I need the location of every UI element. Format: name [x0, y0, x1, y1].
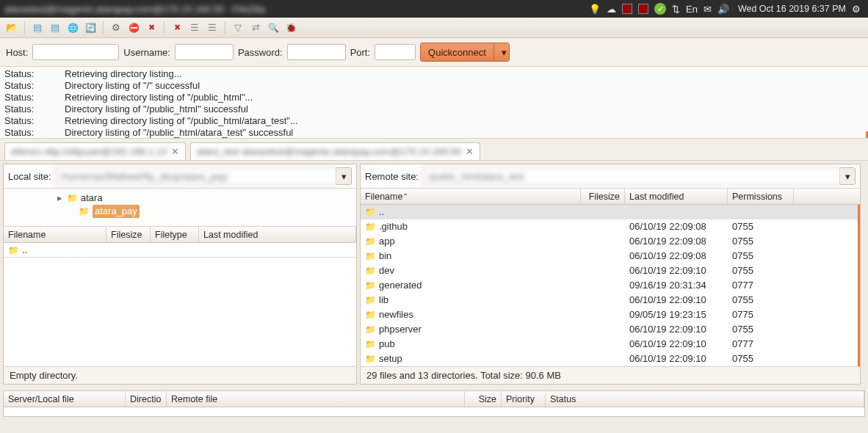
port-input[interactable]	[375, 44, 416, 60]
folder-icon	[365, 309, 376, 320]
local-status: Empty directory.	[4, 366, 356, 384]
folder-icon	[365, 221, 376, 232]
close-icon[interactable]: ✕	[466, 146, 474, 157]
site-manager-button[interactable]	[4, 21, 19, 35]
cancel-button[interactable]	[126, 21, 141, 35]
folder-icon	[365, 338, 376, 349]
folder-icon	[365, 353, 376, 364]
disconnect-button[interactable]	[144, 21, 159, 35]
toggle-tree-button[interactable]	[48, 21, 62, 35]
col-filename[interactable]: Filename	[361, 189, 581, 204]
refresh-button[interactable]	[83, 21, 98, 35]
tray-cloud-icon[interactable]: ☁	[607, 4, 616, 15]
process-queue-button[interactable]	[109, 21, 123, 35]
remote-list-header: Filename Filesize Last modified Permissi…	[361, 189, 860, 205]
folder-icon	[8, 244, 19, 255]
password-label: Password:	[238, 47, 283, 58]
reconnect-button[interactable]	[170, 21, 184, 35]
tree-item-selected[interactable]: atara_pay	[93, 205, 140, 218]
local-file-list[interactable]: ..	[4, 243, 356, 366]
tray-indicator-1[interactable]	[622, 4, 632, 14]
remote-path-input[interactable]	[423, 167, 839, 185]
local-tree[interactable]: ▸atara atara_pay	[4, 189, 356, 227]
transfer-queue: Server/Local file Directio Remote file S…	[3, 390, 865, 417]
list-item[interactable]: newfiles09/05/19 19:23:150775	[361, 308, 860, 322]
list-item[interactable]: setup06/10/19 22:09:100755	[361, 352, 860, 366]
col-filesize[interactable]: Filesize	[106, 227, 151, 242]
list-item[interactable]: ..	[4, 243, 356, 258]
tray-language[interactable]: En	[686, 4, 698, 15]
folder-icon	[365, 294, 376, 305]
local-path-input[interactable]	[56, 167, 336, 185]
quickconnect-dropdown[interactable]: ▾	[493, 43, 509, 61]
remote-status: 29 files and 13 directories. Total size:…	[361, 366, 860, 384]
list-item[interactable]: lib06/10/19 22:09:100755	[361, 293, 860, 308]
list-item[interactable]: app06/10/19 22:09:080755	[361, 234, 860, 249]
search-button[interactable]	[266, 21, 281, 35]
list-item[interactable]: .github06/10/19 22:09:080755	[361, 219, 860, 234]
remote-pane: Remote site: ▾ Filename Filesize Last mo…	[360, 164, 861, 385]
col-filesize[interactable]: Filesize	[581, 189, 625, 204]
tray-gear-icon[interactable]: ⚙	[852, 4, 861, 15]
list-item[interactable]: pub06/10/19 22:09:100777	[361, 337, 860, 352]
list-item[interactable]: generated09/16/19 20:31:340777	[361, 278, 860, 293]
folder-icon	[365, 206, 376, 217]
col-lastmod[interactable]: Last modified	[199, 227, 356, 242]
col-permissions[interactable]: Permissions	[728, 189, 794, 204]
filelist-button[interactable]	[187, 21, 202, 35]
tray-update-ok-icon[interactable]: ✓	[654, 3, 666, 15]
connection-tabs: ellenco sftp://sftpuser@192.168.1.13 ✕ a…	[0, 139, 868, 161]
remote-path-dropdown[interactable]: ▾	[839, 167, 856, 185]
close-icon[interactable]: ✕	[171, 146, 179, 157]
col-lastmod[interactable]: Last modified	[625, 189, 728, 204]
main-toolbar	[0, 18, 868, 38]
list-item[interactable]: dev06/10/19 22:09:100755	[361, 263, 860, 278]
tree-item[interactable]: atara	[81, 192, 103, 205]
col-status[interactable]: Status	[546, 391, 864, 407]
col-filename[interactable]: Filename	[4, 227, 106, 242]
username-label: Username:	[123, 47, 170, 58]
host-input[interactable]	[32, 44, 119, 60]
toggle-log-button[interactable]	[30, 21, 45, 35]
dirlist-button[interactable]	[205, 21, 220, 35]
list-item[interactable]: phpserver06/10/19 22:09:100755	[361, 322, 860, 337]
remote-file-list[interactable]: ...github06/10/19 22:09:080755app06/10/1…	[361, 205, 860, 366]
tray-volume-icon[interactable]: 🔊	[717, 4, 729, 15]
col-direction[interactable]: Directio	[126, 391, 167, 407]
col-remote[interactable]: Remote file	[167, 391, 465, 407]
message-log[interactable]: Status:Retrieving directory listing... S…	[0, 67, 868, 139]
list-item[interactable]: ..	[361, 205, 860, 219]
username-input[interactable]	[175, 44, 234, 60]
window-title: atarastest@magento.atarapay.com@170.10.1…	[4, 4, 265, 15]
toggle-queue-button[interactable]	[65, 21, 80, 35]
bookmark-button[interactable]	[283, 21, 298, 35]
folder-icon	[365, 280, 376, 291]
tray-indicator-2[interactable]	[638, 4, 648, 14]
connection-tab-2[interactable]: atara_test atarastest@magento.atarapay.c…	[190, 142, 480, 160]
host-label: Host:	[6, 47, 28, 58]
filter-button[interactable]	[231, 21, 245, 35]
local-list-header: Filename Filesize Filetype Last modified	[4, 227, 356, 243]
tray-datetime[interactable]: Wed Oct 16 2019 6:37 PM	[738, 4, 846, 14]
folder-icon	[365, 236, 376, 247]
list-item[interactable]: bin06/10/19 22:09:080755	[361, 249, 860, 263]
quickconnect-bar: Host: Username: Password: Port: Quickcon…	[0, 38, 868, 67]
col-filetype[interactable]: Filetype	[151, 227, 199, 242]
port-label: Port:	[350, 47, 370, 58]
quickconnect-button[interactable]: Quickconnect	[421, 43, 493, 61]
folder-icon	[365, 265, 376, 276]
compare-button[interactable]	[248, 21, 263, 35]
col-size[interactable]: Size	[465, 391, 502, 407]
local-path-dropdown[interactable]: ▾	[336, 167, 352, 185]
system-menubar: atarastest@magento.atarapay.com@170.10.1…	[0, 0, 868, 18]
remote-site-label: Remote site:	[365, 171, 419, 182]
tray-bulb-icon[interactable]: 💡	[589, 4, 601, 15]
connection-tab-1[interactable]: ellenco sftp://sftpuser@192.168.1.13 ✕	[4, 142, 186, 160]
tray-mail-icon[interactable]: ✉	[704, 4, 712, 15]
col-priority[interactable]: Priority	[502, 391, 546, 407]
tray-network-icon[interactable]: ⇅	[672, 4, 680, 15]
folder-icon	[365, 324, 376, 335]
password-input[interactable]	[287, 44, 346, 60]
col-server[interactable]: Server/Local file	[4, 391, 126, 407]
local-pane: Local site: ▾ ▸atara atara_pay Filename …	[3, 164, 357, 385]
